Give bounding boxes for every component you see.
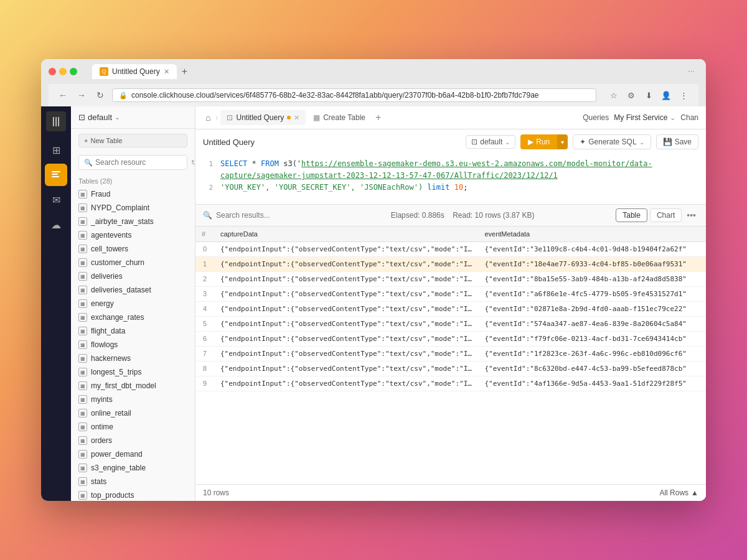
- table-row[interactable]: 6 {"endpointInput":{"observedContentType…: [195, 331, 706, 346]
- sidebar-item-grid[interactable]: ⊞: [45, 139, 67, 161]
- table-item-top-products[interactable]: ▦ top_products: [71, 488, 195, 501]
- tab-close-icon[interactable]: ✕: [294, 114, 299, 122]
- table-icon: ▦: [78, 409, 87, 418]
- add-tab-button[interactable]: +: [373, 112, 383, 123]
- forward-button[interactable]: →: [75, 88, 88, 102]
- profile-button[interactable]: 👤: [659, 88, 674, 103]
- save-button[interactable]: 💾 Save: [656, 134, 698, 149]
- menu-button[interactable]: ⋮: [676, 88, 691, 103]
- table-row[interactable]: 5 {"endpointInput":{"observedContentType…: [195, 316, 706, 331]
- row-index: 7: [195, 346, 214, 361]
- table-row[interactable]: 9 {"endpointInput":{"observedContentType…: [195, 376, 706, 391]
- table-item-online-retail[interactable]: ▦ online_retail: [71, 406, 195, 420]
- table-item-power-demand[interactable]: ▦ power_demand: [71, 447, 195, 461]
- row-event-metadata: {"eventId":"8ba15e55-3ab9-484b-a13b-af24…: [478, 271, 706, 286]
- table-item-deliveries[interactable]: ▦ deliveries: [71, 269, 195, 283]
- table-item-agentevents[interactable]: ▦ agentevents: [71, 228, 195, 242]
- table-item-s3-engine-table[interactable]: ▦ s3_engine_table: [71, 461, 195, 475]
- extensions-btn[interactable]: ⚙: [624, 88, 639, 103]
- service-selector[interactable]: My First Service ⌄: [614, 113, 675, 122]
- extensions-button[interactable]: ⋯: [684, 64, 698, 79]
- table-item-ontime[interactable]: ▦ ontime: [71, 420, 195, 434]
- table-name: power_demand: [91, 450, 143, 459]
- tab-untitled-query[interactable]: ⊡ Untitled Query ✕: [220, 110, 306, 125]
- line-number: 1: [203, 158, 220, 170]
- table-row[interactable]: 0 {"endpointInput":{"observedContentType…: [195, 241, 706, 256]
- row-index: 1: [195, 256, 214, 271]
- run-button[interactable]: ▶ Run: [520, 134, 557, 149]
- address-bar[interactable]: 🔒 console.clickhouse.cloud/services/6f48…: [112, 88, 596, 102]
- code-editor[interactable]: 1 SELECT * FROM s3('https://ensemble-sag…: [203, 153, 698, 199]
- service-chevron-icon: ⌄: [670, 114, 675, 122]
- table-item-hackernews[interactable]: ▦ hackernews: [71, 352, 195, 365]
- table-item-customer-churn[interactable]: ▦ customer_churn: [71, 256, 195, 269]
- results-search-input[interactable]: [216, 211, 309, 220]
- home-button[interactable]: ⌂: [203, 111, 213, 124]
- sidebar-item-query[interactable]: [45, 164, 67, 186]
- browser-tab-close[interactable]: ✕: [164, 68, 169, 76]
- lock-icon: 🔒: [119, 91, 128, 100]
- gen-sql-chevron: ⌄: [639, 139, 644, 146]
- table-item-orders[interactable]: ▦ orders: [71, 434, 195, 447]
- table-icon: ▦: [78, 203, 87, 212]
- browser-tab[interactable]: Q Untitled Query ✕: [92, 64, 177, 79]
- sidebar-item-cloud[interactable]: ☁: [45, 213, 67, 236]
- all-rows-button[interactable]: All Rows ▲: [659, 488, 698, 497]
- minimize-traffic-light[interactable]: [59, 68, 67, 75]
- table-item-fraud[interactable]: ▦ Fraud: [71, 187, 195, 201]
- row-index: 5: [195, 316, 214, 331]
- table-view-button[interactable]: Table: [616, 208, 647, 222]
- table-item-nypd[interactable]: ▦ NYPD_Complaint: [71, 201, 195, 215]
- table-row[interactable]: 2 {"endpointInput":{"observedContentType…: [195, 271, 706, 286]
- col-capture-data: captureData: [214, 226, 478, 242]
- table-item-deliveries-dataset[interactable]: ▦ deliveries_dataset: [71, 283, 195, 297]
- table-row[interactable]: 4 {"endpointInput":{"observedContentType…: [195, 301, 706, 316]
- table-icon: ▦: [78, 286, 87, 294]
- new-table-button[interactable]: + New Table: [78, 134, 187, 147]
- main-panel: ⌂ › ⊡ Untitled Query ✕ ▦ Create Table: [195, 106, 706, 501]
- traffic-lights: [49, 68, 77, 75]
- more-options-button[interactable]: •••: [684, 209, 698, 222]
- bookmark-button[interactable]: ☆: [606, 88, 621, 103]
- new-tab-button[interactable]: +: [178, 65, 191, 78]
- db-selector[interactable]: ⊡ default ⌄: [78, 113, 120, 122]
- table-row[interactable]: 1 {"endpointInput":{"observedContentType…: [195, 256, 706, 271]
- table-row[interactable]: 3 {"endpointInput":{"observedContentType…: [195, 286, 706, 301]
- table-item-myints[interactable]: ▦ myints: [71, 393, 195, 406]
- table-item-flowlogs[interactable]: ▦ flowlogs: [71, 338, 195, 352]
- table-item-cell-towers[interactable]: ▦ cell_towers: [71, 242, 195, 256]
- results-area: 🔍 Elapsed: 0.886s Read: 10 rows (3.87 KB…: [195, 205, 706, 501]
- table-item-energy[interactable]: ▦ energy: [71, 297, 195, 310]
- table-name: NYPD_Complaint: [91, 203, 149, 212]
- download-button[interactable]: ⬇: [641, 88, 656, 103]
- query-area: Untitled Query ⊡ default ⌄ ▶ Run: [195, 129, 706, 205]
- run-dropdown-button[interactable]: ▾: [557, 134, 568, 149]
- table-row[interactable]: 7 {"endpointInput":{"observedContentType…: [195, 346, 706, 361]
- reload-button[interactable]: ↻: [93, 88, 107, 102]
- table-item-flight-data[interactable]: ▦ flight_data: [71, 324, 195, 338]
- table-item-airbyte[interactable]: ▦ _airbyte_raw_stats: [71, 215, 195, 228]
- sidebar-item-mail[interactable]: ✉: [45, 189, 67, 211]
- table-row[interactable]: 8 {"endpointInput":{"observedContentType…: [195, 361, 706, 376]
- table-name: deliveries: [91, 272, 123, 281]
- generate-sql-button[interactable]: ✦ Generate SQL ⌄: [573, 134, 651, 149]
- row-capture-data: {"endpointInput":{"observedContentType":…: [214, 256, 478, 271]
- search-input[interactable]: [95, 158, 189, 167]
- table-item-my-first-dbt-model[interactable]: ▦ my_first_dbt_model: [71, 379, 195, 393]
- tab-create-table[interactable]: ▦ Create Table: [307, 110, 372, 125]
- table-name: top_products: [91, 491, 134, 500]
- refresh-icon[interactable]: ↻: [191, 159, 195, 167]
- keyword-select: SELECT: [220, 159, 247, 168]
- chart-view-button[interactable]: Chart: [650, 208, 682, 222]
- app-logo[interactable]: |||: [46, 111, 66, 131]
- back-button[interactable]: ←: [56, 88, 70, 102]
- queries-button[interactable]: Queries: [583, 113, 609, 122]
- gen-sql-label: Generate SQL: [588, 138, 636, 146]
- table-icon: ▦: [78, 477, 87, 486]
- table-item-longest-5-trips[interactable]: ▦ longest_5_trips: [71, 365, 195, 379]
- close-traffic-light[interactable]: [49, 68, 56, 75]
- maximize-traffic-light[interactable]: [70, 68, 77, 75]
- db-pill[interactable]: ⊡ default ⌄: [466, 135, 515, 149]
- table-item-exchange-rates[interactable]: ▦ exchange_rates: [71, 310, 195, 324]
- table-item-stats[interactable]: ▦ stats: [71, 475, 195, 488]
